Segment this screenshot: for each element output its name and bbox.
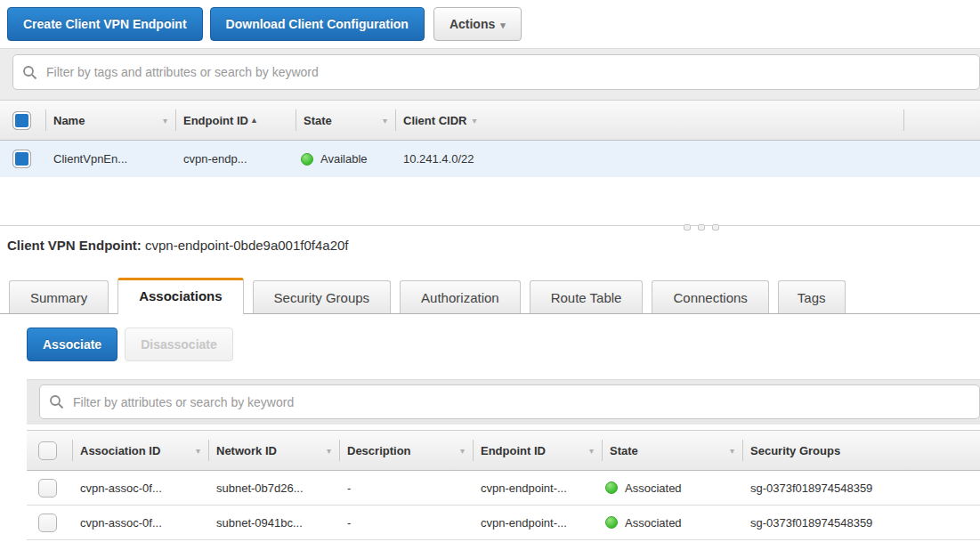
chevron-down-icon[interactable]: ▾ [163, 116, 167, 125]
column-label: Security Groups [750, 444, 840, 457]
select-all-checkbox[interactable] [38, 441, 57, 460]
actions-button-label: Actions [450, 17, 495, 31]
drag-dots-icon[interactable] [684, 224, 719, 231]
chevron-down-icon[interactable]: ▾ [460, 446, 465, 456]
select-all-checkbox[interactable] [12, 111, 31, 130]
column-label: Endpoint ID [481, 444, 546, 457]
endpoints-header-checkbox-cell [0, 101, 46, 140]
column-header-description[interactable]: Description ▾ [340, 431, 474, 470]
associations-table: Association ID ▾ Network ID ▾ Descriptio… [27, 430, 980, 540]
association-table-row[interactable]: cvpn-assoc-0f... subnet-0b7d26... - cvpn… [27, 471, 980, 506]
endpoint-name-cell: ClientVpnEn... [46, 152, 176, 166]
download-client-configuration-button[interactable]: Download Client Configuration [210, 7, 425, 41]
network-id-cell: subnet-0b7d26... [209, 481, 340, 495]
chevron-down-icon[interactable]: ▾ [327, 446, 331, 456]
state-label: Available [320, 152, 368, 166]
associations-actions: Associate Disassociate [27, 328, 980, 361]
endpoint-id-cell: cvpn-endpoint-... [474, 516, 603, 530]
endpoints-table-header: Name ▾ Endpoint ID ▲ State ▾ Client CIDR… [0, 100, 980, 141]
associations-filter-input[interactable] [71, 394, 979, 410]
chevron-down-icon[interactable]: ▾ [196, 446, 200, 456]
endpoint-table-row[interactable]: ClientVpnEn... cvpn-endp... Available 10… [0, 141, 980, 177]
state-label: Associated [625, 481, 682, 495]
column-label: Network ID [216, 444, 277, 457]
associations-filter-strip [27, 379, 980, 425]
column-header-state[interactable]: State ▾ [603, 431, 743, 470]
tab-associations[interactable]: Associations [117, 278, 243, 314]
associations-table-header: Association ID ▾ Network ID ▾ Descriptio… [27, 430, 980, 471]
association-table-row[interactable]: cvpn-assoc-0f... subnet-0941bc... - cvpn… [27, 506, 980, 540]
tab-summary[interactable]: Summary [9, 280, 109, 313]
column-header-association-id[interactable]: Association ID ▾ [73, 431, 209, 470]
detail-title-value: cvpn-endpoint-0bde9a001f0f4a20f [145, 238, 349, 253]
search-icon [49, 394, 64, 409]
row-checkbox-cell [27, 479, 73, 498]
disassociate-button[interactable]: Disassociate [125, 328, 233, 361]
status-dot-icon [605, 481, 618, 494]
tab-security-groups[interactable]: Security Groups [253, 280, 392, 313]
triangle-up-icon[interactable]: ▲ [250, 116, 258, 125]
associations-search-box [39, 384, 980, 419]
description-cell: - [340, 516, 474, 530]
endpoints-filter-input[interactable] [45, 64, 979, 80]
actions-button[interactable]: Actions▾ [433, 7, 522, 41]
status-dot-icon [301, 153, 313, 166]
tab-connections[interactable]: Connections [652, 280, 768, 313]
column-header-state[interactable]: State ▾ [296, 101, 396, 140]
create-client-vpn-endpoint-button[interactable]: Create Client VPN Endpoint [7, 7, 203, 41]
chevron-down-icon: ▾ [500, 20, 506, 30]
associate-button[interactable]: Associate [27, 328, 117, 361]
column-header-client-cidr[interactable]: Client CIDR ▾ [396, 101, 980, 140]
row-checkbox[interactable] [38, 514, 57, 532]
status-dot-icon [605, 516, 618, 529]
endpoints-table: Name ▾ Endpoint ID ▲ State ▾ Client CIDR… [0, 100, 980, 177]
endpoint-id-cell: cvpn-endp... [176, 152, 296, 166]
association-id-cell: cvpn-assoc-0f... [73, 481, 209, 495]
panel-divider [0, 225, 980, 226]
column-header-name[interactable]: Name ▾ [46, 101, 176, 140]
column-label: Description [347, 444, 411, 457]
network-id-cell: subnet-0941bc... [209, 516, 340, 530]
column-header-endpoint-id[interactable]: Endpoint ID ▲ [176, 101, 296, 140]
toolbar: Create Client VPN Endpoint Download Clie… [0, 0, 980, 48]
column-label: Endpoint ID [183, 114, 248, 127]
tab-authorization[interactable]: Authorization [400, 280, 521, 313]
endpoint-state-cell: Available [296, 152, 396, 166]
client-vpn-endpoints-page: Create Client VPN Endpoint Download Clie… [0, 0, 980, 542]
detail-title-label: Client VPN Endpoint: [7, 238, 142, 253]
endpoint-id-cell: cvpn-endpoint-... [474, 481, 603, 495]
row-checkbox-cell [0, 150, 46, 168]
column-label: State [610, 444, 638, 457]
endpoint-client-cidr-cell: 10.241.4.0/22 [396, 152, 980, 166]
column-label: Name [53, 114, 85, 127]
endpoints-search-box [12, 54, 980, 90]
description-cell: - [340, 481, 474, 495]
security-groups-cell: sg-0373f018974548359 [743, 516, 980, 530]
column-header-security-groups[interactable]: Security Groups [743, 431, 980, 470]
association-id-cell: cvpn-assoc-0f... [73, 516, 209, 530]
row-checkbox-cell [27, 514, 73, 532]
column-header-endpoint-id[interactable]: Endpoint ID ▾ [474, 431, 603, 470]
security-groups-cell: sg-0373f018974548359 [743, 481, 980, 495]
chevron-down-icon[interactable]: ▾ [383, 116, 387, 125]
search-icon [22, 65, 37, 80]
chevron-down-icon[interactable]: ▾ [589, 446, 594, 456]
tab-route-table[interactable]: Route Table [530, 280, 644, 313]
row-checkbox[interactable] [12, 150, 31, 168]
associations-tab-panel: Associate Disassociate Association ID [0, 328, 980, 540]
column-label: Client CIDR [403, 114, 467, 127]
column-label: State [304, 114, 332, 127]
detail-panel-title: Client VPN Endpoint: cvpn-endpoint-0bde9… [7, 238, 980, 253]
column-label: Association ID [80, 444, 160, 457]
row-checkbox[interactable] [38, 479, 57, 498]
chevron-down-icon[interactable]: ▾ [730, 446, 734, 456]
state-cell: Associated [603, 481, 743, 495]
associations-header-checkbox-cell [27, 431, 73, 470]
column-header-network-id[interactable]: Network ID ▾ [209, 431, 340, 470]
state-label: Associated [625, 516, 682, 530]
chevron-down-icon[interactable]: ▾ [473, 116, 477, 125]
tab-tags[interactable]: Tags [778, 280, 846, 313]
state-cell: Associated [603, 516, 743, 530]
detail-tabs: Summary Associations Security Groups Aut… [0, 278, 980, 314]
endpoints-filter-strip [0, 48, 980, 100]
